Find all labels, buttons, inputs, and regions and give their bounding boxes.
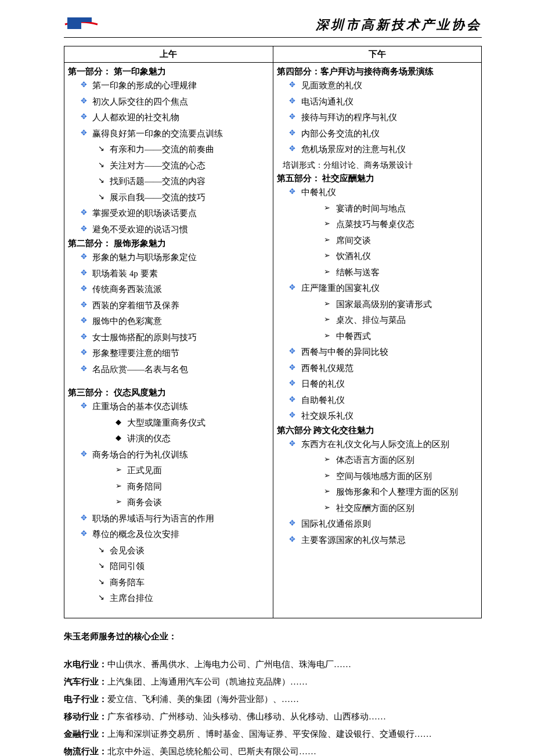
list-item-label: 讲演的仪态 <box>127 431 171 447</box>
list-item-label: 主要客源国家的礼仪与禁忌 <box>301 533 406 548</box>
list-item-label: 体态语言方面的区别 <box>336 453 414 468</box>
list-item-label: 陪同引领 <box>110 559 145 574</box>
plus-icon: ✥ <box>287 377 298 390</box>
list-item-label: 正式见面 <box>127 463 162 478</box>
industry-text: 爱立信、飞利浦、美的集团（海外营业部）、…… <box>107 694 299 704</box>
list-item-label: 席间交谈 <box>336 233 371 249</box>
arrow-icon: ↘ <box>96 575 106 588</box>
industry-line: 移动行业：广东省移动、广州移动、汕头移动、佛山移动、从化移动、山西移动…… <box>64 708 482 725</box>
plus-icon: ✥ <box>78 250 89 263</box>
plus-icon: ✥ <box>287 142 298 155</box>
industry-text: 上汽集团、上海通用汽车公司（凯迪拉克品牌）…… <box>107 677 308 686</box>
industry-line: 金融行业：上海和深圳证券交易所 、博时基金、国海证券、平安保险、建设银行、交通银… <box>64 725 482 743</box>
plus-icon: ✥ <box>78 78 89 91</box>
chevron-icon: ➢ <box>113 480 124 492</box>
chevron-icon: ➢ <box>113 463 124 476</box>
list-item-label: 西餐礼仪规范 <box>301 361 353 376</box>
plus-icon: ✥ <box>287 361 298 374</box>
list-item-label: 有亲和力――交流的前奏曲 <box>110 142 214 157</box>
arrow-icon: ↘ <box>96 142 106 155</box>
col-morning-header: 上午 <box>64 46 273 63</box>
afternoon-cell: 第四部分：客户拜访与接待商务场景演练 ✥见面致意的礼仪 ✥电话沟通礼仪 ✥接待与… <box>273 63 482 618</box>
list-item-label: 名品欣赏――名表与名包 <box>92 362 188 377</box>
list-item-label: 服饰形象和个人整理方面的区别 <box>336 485 458 500</box>
plus-icon: ✥ <box>287 281 298 294</box>
list-item-label: 服饰中的色彩寓意 <box>92 314 162 329</box>
list-item-label: 社交娱乐礼仪 <box>301 409 353 424</box>
list-item-label: 商务会谈 <box>127 495 162 510</box>
list-item-label: 自助餐礼仪 <box>301 393 345 408</box>
diamond-icon: ◆ <box>113 416 124 429</box>
plus-icon: ✥ <box>78 282 89 295</box>
industry-label: 水电行业： <box>64 660 107 669</box>
list-item-label: 大型或隆重商务仪式 <box>127 416 205 431</box>
list-item-label: 宴请的时间与地点 <box>336 201 406 217</box>
industry-line: 物流行业：北京中外运、美国总统轮船公司、巴斯夫有限公司…… <box>64 743 482 757</box>
list-item-label: 女士服饰搭配的原则与技巧 <box>92 330 197 345</box>
list-item-label: 赢得良好第一印象的交流要点训练 <box>92 127 223 142</box>
part2-title: 第二部分： 服饰形象魅力 <box>68 238 269 249</box>
list-item-label: 商务陪车 <box>110 575 145 591</box>
plus-icon: ✥ <box>287 95 298 107</box>
list-item-label: 点菜技巧与餐桌仪态 <box>336 217 414 232</box>
plus-icon: ✥ <box>287 345 298 358</box>
chevron-icon: ➢ <box>322 233 333 246</box>
header-divider <box>64 37 482 38</box>
plus-icon: ✥ <box>78 399 89 412</box>
list-item-label: 见面致意的礼仪 <box>301 78 362 93</box>
list-item-label: 展示自我――交流的技巧 <box>110 190 205 206</box>
list-item-label: 接待与拜访的程序与礼仪 <box>301 110 397 125</box>
plus-icon: ✥ <box>78 267 89 279</box>
list-item-label: 商务陪同 <box>127 480 162 495</box>
industry-label: 物流行业： <box>64 747 107 756</box>
chevron-icon: ➢ <box>322 501 333 514</box>
plus-icon: ✥ <box>287 127 298 139</box>
list-item-label: 商务场合的行为礼仪训练 <box>92 448 188 463</box>
col-afternoon-header: 下午 <box>273 46 482 63</box>
list-item-label: 关注对方――交流的心态 <box>110 159 205 174</box>
logo <box>64 14 99 34</box>
part5-title: 第五部分： 社交应酬魅力 <box>277 173 478 184</box>
list-item-label: 尊位的概念及位次安排 <box>92 527 179 542</box>
industry-text: 中山供水、番禺供水、上海电力公司、广州电信、珠海电厂…… <box>107 660 351 669</box>
list-item-label: 职场着装 4p 要素 <box>92 267 158 282</box>
plus-icon: ✥ <box>287 437 298 450</box>
list-item-label: 会见会谈 <box>110 543 145 559</box>
chevron-icon: ➢ <box>322 453 333 466</box>
plus-icon: ✥ <box>78 448 89 460</box>
training-format-note: 培训形式：分组讨论、商务场景设计 <box>283 159 478 172</box>
list-item-label: 主席台排位 <box>110 591 153 606</box>
chevron-icon: ➢ <box>322 485 333 498</box>
morning-cell: 第一部分： 第一印象魅力 ✥第一印象的形成的心理规律 ✥初次人际交往的四个焦点 … <box>64 63 273 618</box>
list-item-label: 庄严隆重的国宴礼仪 <box>301 281 380 296</box>
list-item-label: 西餐与中餐的异同比较 <box>301 345 388 360</box>
chevron-icon: ➢ <box>322 201 333 214</box>
arrow-icon: ↘ <box>96 159 106 171</box>
list-item-label: 中餐礼仪 <box>301 185 336 200</box>
chevron-icon: ➢ <box>322 313 333 326</box>
list-item-label: 危机场景应对的注意与礼仪 <box>301 142 406 157</box>
arrow-icon: ↘ <box>96 174 106 187</box>
clients-heading: 朱玉老师服务过的核心企业： <box>64 628 482 645</box>
chevron-icon: ➢ <box>113 495 124 508</box>
plus-icon: ✥ <box>78 346 89 359</box>
industry-text: 北京中外运、美国总统轮船公司、巴斯夫有限公司…… <box>107 747 316 756</box>
plus-icon: ✥ <box>287 78 298 91</box>
chevron-icon: ➢ <box>322 265 333 278</box>
list-item-label: 桌次、排位与菜品 <box>336 313 406 328</box>
list-item-label: 传统商务西装流派 <box>92 282 162 297</box>
arrow-icon: ↘ <box>96 190 106 203</box>
plus-icon: ✥ <box>78 222 89 235</box>
list-item-label: 第一印象的形成的心理规律 <box>92 78 197 93</box>
plus-icon: ✥ <box>287 533 298 546</box>
list-item-label: 电话沟通礼仪 <box>301 95 353 110</box>
diamond-icon: ◆ <box>113 431 124 444</box>
arrow-icon: ↘ <box>96 559 106 572</box>
arrow-icon: ↘ <box>96 543 106 556</box>
list-item-label: 人人都欢迎的社交礼物 <box>92 110 179 125</box>
plus-icon: ✥ <box>78 206 89 219</box>
plus-icon: ✥ <box>78 110 89 123</box>
industry-label: 金融行业： <box>64 729 107 739</box>
plus-icon: ✥ <box>287 185 298 198</box>
list-item-label: 空间与领地感方面的区别 <box>336 469 432 484</box>
